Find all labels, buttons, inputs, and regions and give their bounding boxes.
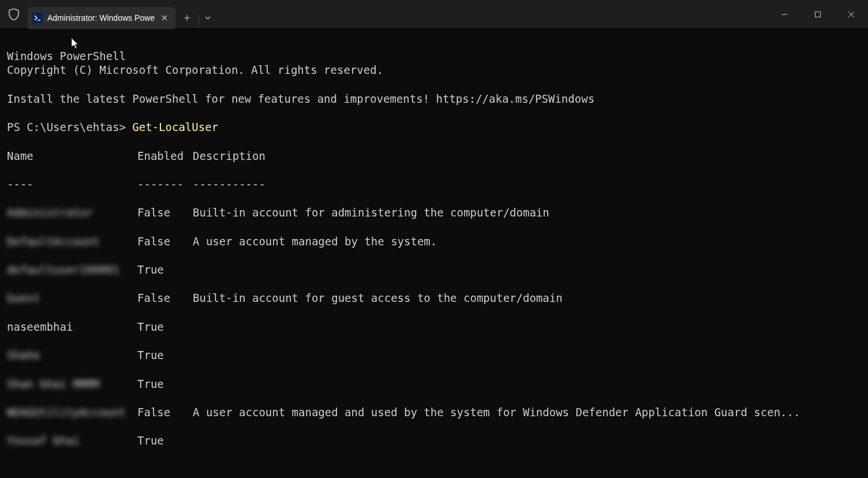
prompt: PS C:\Users\ehtas> xyxy=(7,121,126,133)
table-divider: ------- xyxy=(137,177,193,192)
table-row: naseembhaiTrue xyxy=(7,320,861,334)
shield-icon xyxy=(0,0,28,29)
powershell-icon xyxy=(32,13,43,23)
table-header: Name xyxy=(7,149,137,163)
header-line: Copyright (C) Microsoft Corporation. All… xyxy=(7,64,383,76)
table-row: ShaheTrue xyxy=(7,348,861,363)
new-tab-button[interactable] xyxy=(175,7,199,29)
table-row: Yousaf bhaiTrue xyxy=(7,434,861,448)
maximize-button[interactable] xyxy=(801,0,835,29)
minimize-button[interactable] xyxy=(768,0,801,29)
svg-rect-2 xyxy=(815,12,821,17)
table-row: defaultuser100001True xyxy=(7,263,861,277)
table-row: Shan bhai MMMMTrue xyxy=(7,377,861,391)
tab-close-button[interactable] xyxy=(159,13,170,23)
tab-title: Administrator: Windows Powe xyxy=(47,13,155,23)
titlebar: Administrator: Windows Powe xyxy=(0,0,868,29)
table-header: Description xyxy=(193,149,265,163)
terminal-output[interactable]: Windows PowerShell Copyright (C) Microso… xyxy=(0,29,868,478)
close-button[interactable] xyxy=(835,0,868,29)
table-row: AdministratorFalseBuilt-in account for a… xyxy=(7,206,861,220)
table-divider: ---- xyxy=(7,177,137,192)
table-row: WDAGUtilityAccountFalseA user account ma… xyxy=(7,405,861,420)
tab-dropdown-button[interactable] xyxy=(199,7,216,29)
command: Get-LocalUser xyxy=(132,121,218,133)
table-divider: ----------- xyxy=(193,177,265,192)
install-hint: Install the latest PowerShell for new fe… xyxy=(7,92,594,105)
table-header: Enabled xyxy=(137,149,193,163)
header-line: Windows PowerShell xyxy=(7,50,126,62)
table-row: GuestFalseBuilt-in account for guest acc… xyxy=(7,291,861,305)
table-row: DefaultAccountFalseA user account manage… xyxy=(7,234,861,249)
tab-active[interactable]: Administrator: Windows Powe xyxy=(28,7,175,29)
window-controls xyxy=(768,0,868,29)
